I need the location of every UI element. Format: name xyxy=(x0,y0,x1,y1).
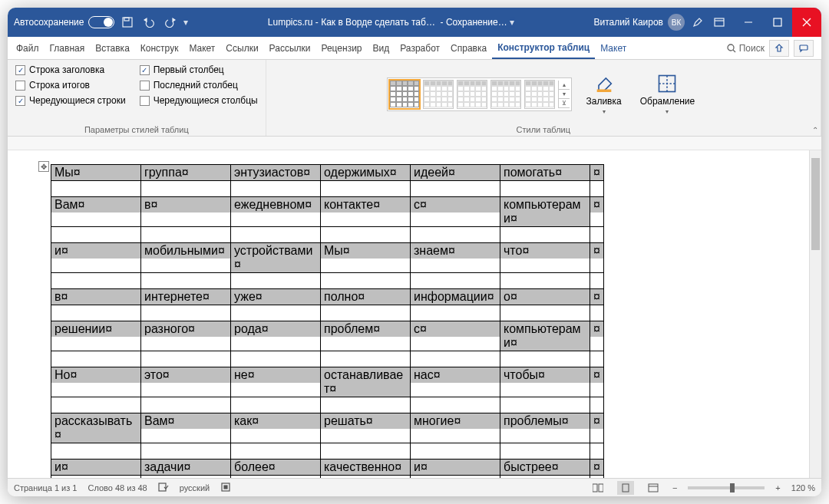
table-cell[interactable]: проблем¤ xyxy=(321,321,410,337)
macro-icon[interactable] xyxy=(220,482,231,494)
autosave-toggle[interactable]: Автосохранение xyxy=(14,16,114,28)
table-cell[interactable]: разного¤ xyxy=(141,321,230,337)
table-cell[interactable]: устройствами¤ xyxy=(231,243,320,272)
tab-insert[interactable]: Вставка xyxy=(90,37,135,59)
table-cell[interactable]: ¤ xyxy=(590,165,603,180)
table-cell[interactable]: это¤ xyxy=(141,367,230,383)
zoom-slider[interactable] xyxy=(688,486,765,489)
table-cell[interactable]: Вам¤ xyxy=(141,413,230,429)
undo-icon[interactable] xyxy=(140,14,157,31)
table-cell[interactable] xyxy=(51,273,140,288)
table-cell[interactable]: ежедневном¤ xyxy=(231,197,320,212)
table-cell[interactable] xyxy=(51,443,140,459)
spellcheck-icon[interactable] xyxy=(158,482,169,494)
table-cell[interactable]: Но¤ xyxy=(51,367,140,383)
table-cell[interactable]: ¤ xyxy=(590,197,603,212)
style-thumb-3[interactable] xyxy=(457,80,487,109)
gallery-up-icon[interactable]: ▴ xyxy=(559,81,570,90)
table-cell[interactable]: ¤ xyxy=(590,243,603,259)
table-cell[interactable] xyxy=(51,305,140,321)
table-cell[interactable] xyxy=(321,273,410,288)
tab-mail[interactable]: Рассылки xyxy=(264,37,316,59)
tab-table-layout[interactable]: Макет xyxy=(595,37,632,59)
table-cell[interactable] xyxy=(411,273,500,288)
table-cell[interactable] xyxy=(321,351,410,367)
borders-button[interactable]: Обрамление ▾ xyxy=(636,70,699,118)
table-cell[interactable] xyxy=(590,351,603,367)
table-cell[interactable] xyxy=(321,305,410,321)
table-cell[interactable] xyxy=(411,443,500,459)
table-cell[interactable]: как¤ xyxy=(231,413,320,429)
tab-refs[interactable]: Ссылки xyxy=(220,37,263,59)
table-cell[interactable]: многие¤ xyxy=(411,413,500,429)
table-cell[interactable]: помогать¤ xyxy=(500,165,590,180)
table-cell[interactable] xyxy=(141,443,230,459)
table-cell[interactable]: что¤ xyxy=(500,243,590,259)
table-cell[interactable] xyxy=(500,305,590,321)
tab-table-design[interactable]: Конструктор таблиц xyxy=(492,37,595,59)
tab-view[interactable]: Вид xyxy=(368,37,395,59)
table-cell[interactable] xyxy=(411,305,500,321)
tab-construct[interactable]: Конструк xyxy=(135,37,184,59)
table-cell[interactable]: ¤ xyxy=(590,289,603,305)
table-cell[interactable] xyxy=(411,476,500,478)
table-cell[interactable]: Вам¤ xyxy=(51,197,140,212)
table-cell[interactable]: компьютерами¤ xyxy=(500,321,590,351)
table-cell[interactable] xyxy=(141,476,230,478)
table-cell[interactable] xyxy=(500,476,590,478)
table-cell[interactable] xyxy=(231,273,320,288)
styles-gallery[interactable]: ▴▾⊻ xyxy=(387,77,572,111)
table-cell[interactable] xyxy=(231,397,320,413)
table-cell[interactable] xyxy=(411,227,500,242)
table-cell[interactable] xyxy=(590,227,603,242)
table-cell[interactable] xyxy=(500,397,590,413)
table-cell[interactable]: Мы¤ xyxy=(51,165,140,180)
maximize-button[interactable] xyxy=(763,8,792,37)
minimize-button[interactable] xyxy=(734,8,763,37)
table-move-handle[interactable]: ✥ xyxy=(38,161,49,172)
table-cell[interactable]: рассказывать¤ xyxy=(51,413,140,443)
zoom-out-icon[interactable]: − xyxy=(672,483,677,492)
toggle-switch[interactable] xyxy=(88,16,114,28)
redo-icon[interactable] xyxy=(162,14,179,31)
table-cell[interactable]: и¤ xyxy=(51,243,140,259)
table-cell[interactable] xyxy=(411,351,500,367)
table-cell[interactable]: интернете¤ xyxy=(141,289,230,305)
comments-button[interactable] xyxy=(794,40,814,57)
status-page[interactable]: Страница 1 из 1 xyxy=(14,483,77,492)
table-cell[interactable] xyxy=(51,397,140,413)
table-cell[interactable]: останавливает¤ xyxy=(321,367,410,397)
view-web-icon[interactable] xyxy=(645,481,662,495)
table-cell[interactable] xyxy=(500,443,590,459)
table-cell[interactable]: в¤ xyxy=(51,289,140,305)
table-cell[interactable]: решать¤ xyxy=(321,413,410,429)
ruler[interactable] xyxy=(8,137,821,150)
table-cell[interactable] xyxy=(500,273,590,288)
search-box[interactable]: Поиск xyxy=(727,43,765,54)
style-thumb-4[interactable] xyxy=(490,80,521,109)
table-cell[interactable] xyxy=(500,227,590,242)
table-cell[interactable]: качественно¤ xyxy=(321,460,410,475)
table-cell[interactable]: и¤ xyxy=(51,460,140,475)
word-table[interactable]: Мы¤группа¤энтузиастов¤одержимых¤идеей¤по… xyxy=(51,164,604,478)
table-cell[interactable] xyxy=(500,181,590,196)
table-cell[interactable] xyxy=(590,476,603,478)
pen-icon[interactable] xyxy=(689,14,706,31)
share-button[interactable] xyxy=(769,40,789,57)
table-cell[interactable]: уже¤ xyxy=(231,289,320,305)
table-cell[interactable] xyxy=(141,181,230,196)
tab-home[interactable]: Главная xyxy=(45,37,91,59)
tab-dev[interactable]: Разработ xyxy=(395,37,445,59)
table-cell[interactable] xyxy=(51,181,140,196)
table-cell[interactable]: информации¤ xyxy=(411,289,500,305)
view-read-icon[interactable] xyxy=(590,481,606,495)
table-cell[interactable] xyxy=(141,397,230,413)
table-cell[interactable]: с¤ xyxy=(411,197,500,212)
table-cell[interactable] xyxy=(231,351,320,367)
table-cell[interactable] xyxy=(411,397,500,413)
table-cell[interactable]: ¤ xyxy=(590,460,603,475)
table-cell[interactable] xyxy=(590,181,603,196)
user-avatar[interactable]: ВК xyxy=(668,14,685,31)
status-lang[interactable]: русский xyxy=(180,483,210,492)
chk-banded-rows[interactable]: ✓Чередующиеся строки xyxy=(15,95,126,106)
